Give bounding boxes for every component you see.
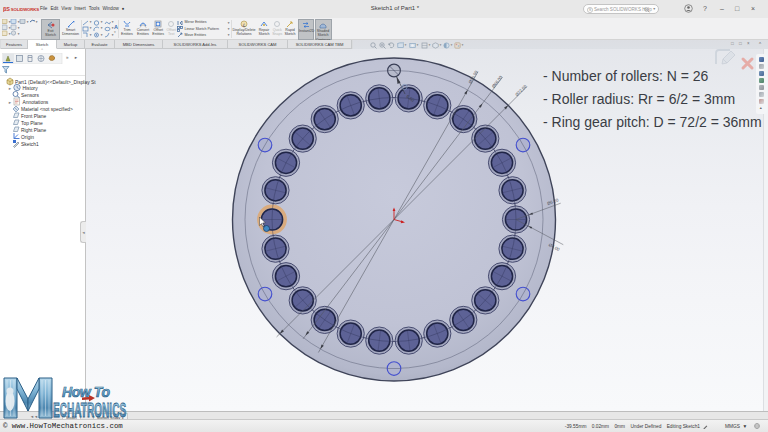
svg-text:ECHATRONICS: ECHATRONICS	[53, 398, 126, 421]
svg-text:Ø66.00: Ø66.00	[491, 74, 504, 89]
svg-text:S: S	[588, 8, 591, 12]
svg-text:Ø72.00: Ø72.00	[514, 83, 528, 97]
svg-text:¿: ¿	[242, 21, 245, 27]
